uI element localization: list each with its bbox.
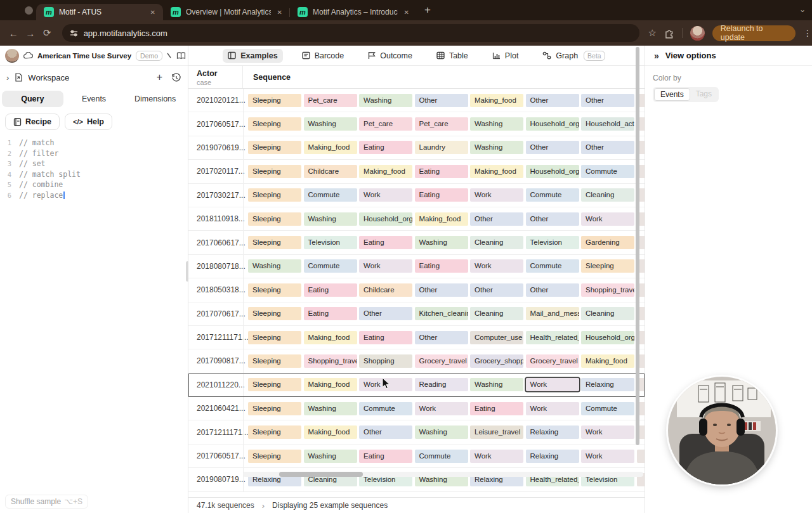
- sequence-row[interactable]: 2017020117...SleepingChildcareMaking_foo…: [188, 160, 645, 183]
- event-chip[interactable]: Other: [526, 94, 579, 107]
- event-chip[interactable]: Washing: [304, 117, 357, 131]
- event-chip[interactable]: Work: [526, 402, 579, 415]
- event-chip[interactable]: Commute: [526, 188, 579, 202]
- event-chip[interactable]: Work: [415, 402, 468, 415]
- code-line[interactable]: 4// match split: [0, 169, 188, 180]
- event-chip[interactable]: Eating: [415, 188, 468, 202]
- event-chip[interactable]: Sleeping: [248, 307, 301, 320]
- sequence-row[interactable]: 2017030217...SleepingCommuteWorkEatingWo…: [188, 184, 645, 207]
- event-chip[interactable]: Household_org...: [526, 117, 579, 131]
- bookmark-star-icon[interactable]: ☆: [648, 27, 657, 39]
- code-line[interactable]: 6// replace: [0, 190, 188, 201]
- event-chip[interactable]: Eating: [304, 307, 357, 320]
- event-chip[interactable]: Other: [581, 94, 634, 107]
- event-chip[interactable]: Eating: [415, 165, 468, 178]
- event-chip[interactable]: Other: [581, 141, 634, 154]
- event-chip[interactable]: Eating: [359, 141, 412, 154]
- event-chip[interactable]: Shopping: [359, 354, 412, 368]
- color-by-events[interactable]: Events: [654, 88, 690, 101]
- event-chip[interactable]: Sleeping: [248, 141, 301, 154]
- event-chip[interactable]: Washing: [248, 259, 301, 273]
- sequence-row[interactable]: 20171211171...SleepingMaking_foodEatingO…: [188, 326, 645, 349]
- event-chip[interactable]: Household_acti...: [581, 117, 634, 131]
- event-chip[interactable]: Washing: [470, 141, 523, 154]
- event-chip[interactable]: Grocery_travel: [415, 354, 468, 368]
- event-chip[interactable]: Other: [470, 283, 523, 297]
- browser-menu-icon[interactable]: ⋮: [803, 28, 812, 38]
- docs-book-icon[interactable]: [176, 52, 186, 60]
- event-chip[interactable]: Making_food: [304, 378, 357, 391]
- event-chip[interactable]: Other: [415, 283, 468, 297]
- event-chip[interactable]: Other: [526, 212, 579, 226]
- event-chip[interactable]: Cleaning: [470, 236, 523, 249]
- event-chip[interactable]: Childcare: [304, 165, 357, 178]
- code-line[interactable]: 2// filter: [0, 148, 188, 159]
- vertical-scrollbar[interactable]: [636, 47, 639, 445]
- event-chip[interactable]: Work: [359, 188, 412, 202]
- relaunch-to-update-button[interactable]: Relaunch to update: [712, 25, 796, 41]
- event-chip[interactable]: Washing: [359, 94, 412, 107]
- event-chip[interactable]: Sleeping: [248, 236, 301, 249]
- window-close-button[interactable]: [25, 6, 33, 15]
- event-chip[interactable]: Work: [581, 212, 634, 226]
- event-chip[interactable]: Commute: [415, 450, 468, 463]
- event-chip[interactable]: Sleeping: [248, 117, 301, 131]
- event-chip[interactable]: Grocery_shopp...: [470, 354, 523, 368]
- event-chip[interactable]: Pet_care: [359, 117, 412, 131]
- code-line[interactable]: 5// combine: [0, 179, 188, 190]
- event-chip[interactable]: Making_food: [359, 165, 412, 178]
- event-chip[interactable]: Health_related_...: [526, 331, 579, 344]
- event-chip[interactable]: Sleeping: [248, 331, 301, 344]
- event-chip[interactable]: Eating: [359, 450, 412, 463]
- event-chip[interactable]: Mail_and_mess...: [526, 307, 579, 320]
- event-chip[interactable]: Eating: [415, 259, 468, 273]
- event-chip[interactable]: Eating: [470, 402, 523, 415]
- tab-close-icon[interactable]: ✕: [276, 8, 284, 17]
- sequence-row[interactable]: 2017060517...SleepingWashingEatingCommut…: [188, 445, 645, 468]
- user-avatar[interactable]: [5, 49, 19, 63]
- event-chip[interactable]: Work: [470, 450, 523, 463]
- event-chip[interactable]: Pet_care: [304, 94, 357, 107]
- event-chip[interactable]: Relaxing: [526, 450, 579, 463]
- sequence-row[interactable]: 2017070617...SleepingEatingOtherKitchen_…: [188, 302, 645, 326]
- event-chip[interactable]: Laundry: [415, 141, 468, 154]
- event-chip[interactable]: Washing: [415, 236, 468, 249]
- event-chip[interactable]: Work: [581, 425, 634, 439]
- event-chip[interactable]: Kitchen_cleaning: [415, 307, 468, 320]
- event-chip[interactable]: Household_org...: [359, 212, 412, 226]
- help-button[interactable]: </> Help: [65, 114, 112, 130]
- sequence-row[interactable]: 2017060517...SleepingWashingPet_carePet_…: [188, 112, 645, 136]
- event-chip[interactable]: Other: [415, 331, 468, 344]
- workspace-row[interactable]: › Workspace +: [0, 68, 188, 87]
- event-chip[interactable]: Shopping_travel: [304, 354, 357, 368]
- event-chip[interactable]: Work: [581, 450, 634, 463]
- event-chip[interactable]: Making_food: [415, 212, 468, 226]
- sequence-row[interactable]: 2021011220...SleepingMaking_foodWorkRead…: [188, 373, 645, 397]
- sequence-row[interactable]: 2021020121...SleepingPet_careWashingOthe…: [188, 89, 645, 112]
- event-chip[interactable]: Cleaning: [581, 188, 634, 202]
- total-sequences-label[interactable]: 47.1k sequences: [197, 501, 254, 510]
- event-chip[interactable]: Eating: [359, 331, 412, 344]
- query-editor[interactable]: 1// match2// filter3// set4// match spli…: [0, 138, 188, 200]
- tab-dimensions[interactable]: Dimensions: [124, 91, 186, 107]
- horizontal-scrollbar-track[interactable]: [243, 472, 643, 477]
- event-chip[interactable]: Making_food: [581, 354, 634, 368]
- event-chip[interactable]: Gardening: [581, 236, 634, 249]
- event-chip[interactable]: Sleeping: [581, 259, 634, 273]
- event-chip[interactable]: Washing: [415, 425, 468, 439]
- extensions-icon[interactable]: [664, 28, 675, 39]
- event-chip[interactable]: Relaxing: [526, 425, 579, 439]
- new-tab-button[interactable]: +: [424, 4, 431, 16]
- view-tab-examples[interactable]: Examples: [223, 49, 282, 63]
- recipe-button[interactable]: Recipe: [5, 114, 60, 130]
- code-line[interactable]: 1// match: [0, 138, 188, 148]
- event-chip[interactable]: Making_food: [304, 331, 357, 344]
- tab-events[interactable]: Events: [63, 91, 125, 107]
- event-chip[interactable]: Other: [415, 94, 468, 107]
- sequence-row[interactable]: 2018110918...SleepingWashingHousehold_or…: [188, 207, 645, 231]
- history-icon[interactable]: [171, 73, 181, 82]
- event-chip[interactable]: Making_food: [304, 425, 357, 439]
- event-chip[interactable]: Commute: [359, 402, 412, 415]
- browser-tab[interactable]: mMotif - ATUS✕: [36, 4, 163, 20]
- event-chip[interactable]: Other: [359, 425, 412, 439]
